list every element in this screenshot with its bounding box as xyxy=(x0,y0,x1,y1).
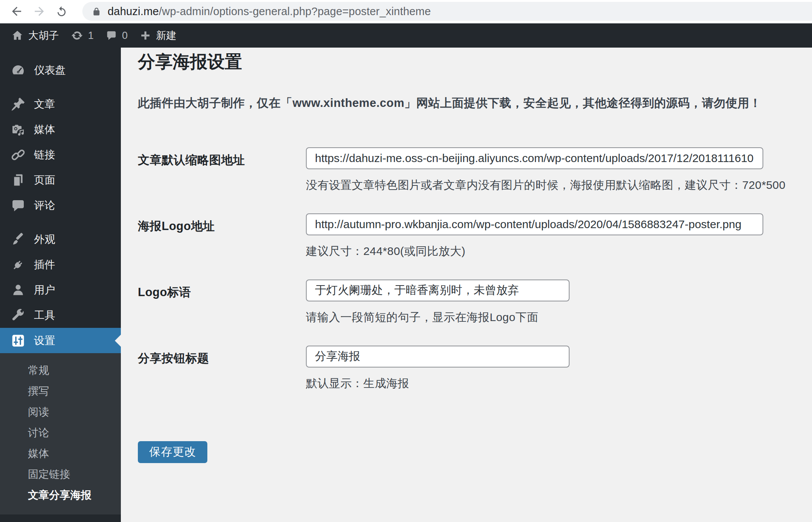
brush-icon xyxy=(11,232,26,247)
browser-toolbar: dahuzi.me/wp-admin/options-general.php?p… xyxy=(0,0,812,23)
field-help: 默认显示：生成海报 xyxy=(306,376,570,391)
field-label: 文章默认缩略图地址 xyxy=(138,147,306,193)
submenu-item-writing[interactable]: 撰写 xyxy=(0,381,121,402)
sidebar-item-plugins[interactable]: 插件 xyxy=(0,252,121,277)
sidebar-item-media[interactable]: 媒体 xyxy=(0,117,121,142)
plugin-notice: 此插件由大胡子制作，仅在「www.xintheme.com」网站上面提供下载，安… xyxy=(138,95,797,111)
sidebar-item-label: 链接 xyxy=(34,148,55,162)
lock-icon xyxy=(91,6,102,17)
plus-icon xyxy=(140,30,151,41)
form-row-thumbnail: 文章默认缩略图地址 没有设置文章特色图片或者文章内没有图片的时候，海报使用默认缩… xyxy=(138,147,797,193)
submenu-item-general[interactable]: 常规 xyxy=(0,360,121,381)
page-title: 分享海报设置 xyxy=(138,51,797,73)
back-icon[interactable] xyxy=(10,5,23,18)
plugin-icon xyxy=(11,257,26,272)
sidebar-item-pages[interactable]: 页面 xyxy=(0,167,121,193)
form-row-logo-slogan: Logo标语 请输入一段简短的句子，显示在海报Logo下面 xyxy=(138,280,797,325)
sidebar-item-label: 用户 xyxy=(34,283,55,297)
url-text: dahuzi.me/wp-admin/options-general.php?p… xyxy=(108,5,431,18)
home-icon xyxy=(11,29,23,42)
sidebar-item-appearance[interactable]: 外观 xyxy=(0,227,121,252)
forward-icon[interactable] xyxy=(32,5,46,18)
logo-slogan-input[interactable] xyxy=(306,280,570,301)
pages-icon xyxy=(11,173,26,188)
url-path: /wp-admin/options-general.php?page=poste… xyxy=(159,5,431,17)
sidebar-item-label: 工具 xyxy=(34,308,55,323)
sidebar-item-label: 外观 xyxy=(34,232,55,247)
address-bar[interactable]: dahuzi.me/wp-admin/options-general.php?p… xyxy=(82,2,812,21)
field-label: 海报Logo地址 xyxy=(138,213,306,259)
admin-bar-updates[interactable]: 1 xyxy=(71,29,94,42)
sidebar-item-label: 插件 xyxy=(34,258,55,272)
site-name: 大胡子 xyxy=(28,29,59,42)
form-row-logo-url: 海报Logo地址 建议尺寸：244*80(或同比放大) xyxy=(138,213,797,259)
link-icon xyxy=(11,147,26,162)
submenu-item-media[interactable]: 媒体 xyxy=(0,443,121,464)
update-icon xyxy=(71,29,83,42)
submenu-item-discussion[interactable]: 讨论 xyxy=(0,422,121,443)
save-changes-button[interactable]: 保存更改 xyxy=(138,441,207,463)
url-host: dahuzi.me xyxy=(108,5,159,17)
pushpin-icon xyxy=(11,97,26,112)
comment-icon xyxy=(106,30,117,41)
admin-bar-comments[interactable]: 0 xyxy=(106,30,128,42)
sidebar-item-comments[interactable]: 评论 xyxy=(0,193,121,218)
sidebar-item-posts[interactable]: 文章 xyxy=(0,91,121,117)
update-count: 1 xyxy=(88,30,94,42)
menu-separator xyxy=(0,218,121,227)
sidebar-item-label: 页面 xyxy=(34,173,55,187)
settings-form: 文章默认缩略图地址 没有设置文章特色图片或者文章内没有图片的时候，海报使用默认缩… xyxy=(138,147,797,463)
field-label: Logo标语 xyxy=(138,280,306,325)
poster-logo-url-input[interactable] xyxy=(306,213,763,235)
settings-submenu: 常规 撰写 阅读 讨论 媒体 固定链接 文章分享海报 xyxy=(0,353,121,514)
admin-bar-new[interactable]: 新建 xyxy=(140,29,176,42)
admin-bar-site-link[interactable]: 大胡子 xyxy=(11,29,59,42)
menu-separator xyxy=(0,83,121,91)
sidebar-item-tools[interactable]: 工具 xyxy=(0,303,121,328)
settings-icon xyxy=(11,333,26,348)
form-row-share-button-title: 分享按钮标题 默认显示：生成海报 xyxy=(138,346,797,391)
sidebar-item-label: 文章 xyxy=(34,97,55,111)
comments-icon xyxy=(11,198,26,213)
submenu-item-reading[interactable]: 阅读 xyxy=(0,402,121,422)
share-button-title-input[interactable] xyxy=(306,346,570,368)
media-icon xyxy=(11,122,26,137)
sidebar-item-label: 媒体 xyxy=(34,122,55,137)
sidebar-item-links[interactable]: 链接 xyxy=(0,142,121,167)
user-icon xyxy=(11,283,26,298)
admin-sidebar: 仪表盘 文章 媒体 链接 xyxy=(0,48,121,522)
field-help: 请输入一段简短的句子，显示在海报Logo下面 xyxy=(306,310,570,325)
default-thumbnail-url-input[interactable] xyxy=(306,147,763,169)
sidebar-item-users[interactable]: 用户 xyxy=(0,277,121,303)
sidebar-item-dashboard[interactable]: 仪表盘 xyxy=(0,57,121,83)
sidebar-item-label: 评论 xyxy=(34,198,55,213)
screen: dahuzi.me/wp-admin/options-general.php?p… xyxy=(0,0,812,522)
comment-count: 0 xyxy=(122,30,128,42)
dashboard-icon xyxy=(11,63,26,78)
sidebar-item-label: 仪表盘 xyxy=(34,63,66,77)
sidebar-item-label: 设置 xyxy=(34,334,55,348)
field-help: 建议尺寸：244*80(或同比放大) xyxy=(306,244,763,259)
wp-admin-bar: 大胡子 1 0 新建 xyxy=(0,23,812,48)
submenu-item-share-poster[interactable]: 文章分享海报 xyxy=(0,485,121,505)
new-label: 新建 xyxy=(156,29,176,42)
wrench-icon xyxy=(11,308,26,323)
field-label: 分享按钮标题 xyxy=(138,346,306,391)
field-help: 没有设置文章特色图片或者文章内没有图片的时候，海报使用默认缩略图，建议尺寸：72… xyxy=(306,178,786,193)
settings-page: 分享海报设置 此插件由大胡子制作，仅在「www.xintheme.com」网站上… xyxy=(121,48,812,522)
submenu-item-permalinks[interactable]: 固定链接 xyxy=(0,464,121,485)
sidebar-item-settings[interactable]: 设置 xyxy=(0,328,121,353)
reload-icon[interactable] xyxy=(55,5,68,18)
